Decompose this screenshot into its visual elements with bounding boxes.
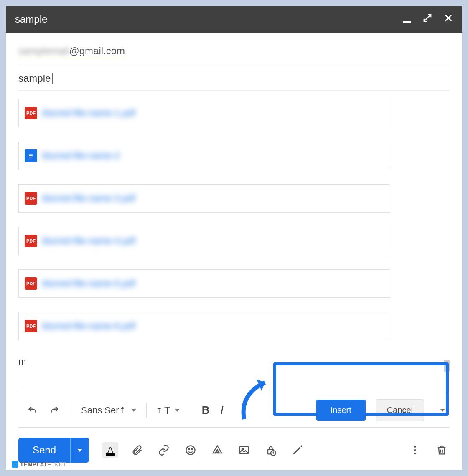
doc-icon (25, 149, 37, 162)
dialog-actions: Insert Cancel (316, 399, 445, 421)
text-color-button[interactable]: A (102, 442, 118, 458)
bold-button[interactable]: B (198, 400, 214, 420)
confidential-mode-button[interactable] (263, 442, 279, 458)
attachment-item[interactable]: PDF blurred-file-name-6.pdf (18, 312, 390, 340)
send-button: Send (18, 438, 89, 463)
svg-point-4 (186, 446, 195, 455)
attachment-item[interactable]: PDF blurred-file-name-4.pdf (18, 227, 390, 255)
popout-icon[interactable] (423, 13, 432, 25)
attachment-list: PDF blurred-file-name-1.pdf blurred-file… (18, 91, 450, 388)
insert-link-button[interactable] (156, 442, 172, 458)
svg-point-12 (414, 449, 416, 451)
body-text[interactable]: m (18, 354, 450, 370)
compose-bottom-toolbar: Send A (6, 428, 462, 470)
close-icon[interactable] (444, 13, 453, 25)
scrollbar-thumb[interactable] (444, 360, 450, 372)
text-cursor (52, 73, 53, 84)
attachment-name: blurred-file-name-1.pdf (42, 108, 135, 119)
separator (71, 403, 71, 418)
insert-button[interactable]: Insert (316, 400, 366, 421)
svg-rect-3 (29, 157, 32, 158)
compose-right-tools (407, 442, 450, 458)
watermark-brand: TEMPLATE (20, 461, 51, 468)
subject-text: sample (18, 73, 51, 84)
font-size-select[interactable]: TT (153, 401, 184, 420)
attachment-name: blurred-file-name-3.pdf (42, 193, 135, 204)
watermark-suffix: .NET (53, 461, 66, 468)
svg-rect-2 (29, 155, 33, 156)
attachment-item[interactable]: PDF blurred-file-name-3.pdf (18, 184, 390, 213)
caret-down-icon (131, 409, 136, 412)
separator (146, 403, 147, 418)
watermark-badge-icon: T (12, 461, 18, 468)
recipient-chip[interactable]: samplemail@gmail.com (18, 45, 125, 58)
attachment-name: blurred-file-name-2 (42, 150, 120, 161)
window-title: sample (15, 13, 47, 25)
pdf-icon: PDF (25, 107, 37, 119)
send-options[interactable] (70, 438, 89, 463)
caret-down-icon (175, 409, 180, 412)
attachment-name: blurred-file-name-6.pdf (42, 321, 135, 332)
formatting-toolbar: Sans Serif TT B I Insert Cancel (18, 393, 450, 428)
drive-button[interactable] (209, 442, 225, 458)
color-underline-icon (106, 453, 115, 456)
undo-button[interactable] (23, 402, 42, 419)
window-titlebar: sample (6, 6, 462, 33)
italic-button[interactable]: I (216, 400, 228, 420)
separator (191, 403, 191, 418)
attachment-item[interactable]: blurred-file-name-2 (18, 142, 390, 170)
pdf-icon: PDF (25, 192, 37, 205)
titlebar-actions (403, 13, 453, 25)
pdf-icon: PDF (25, 235, 37, 247)
send-main[interactable]: Send (18, 438, 70, 463)
font-name: Sans Serif (81, 405, 124, 416)
svg-rect-1 (29, 154, 33, 155)
caret-down-icon (77, 449, 82, 452)
pdf-icon: PDF (25, 320, 37, 332)
insert-photo-button[interactable] (236, 442, 252, 458)
recipient-suffix: @gmail.com (69, 45, 125, 56)
svg-point-5 (188, 449, 189, 450)
recipient-blurred: samplemail (18, 45, 69, 56)
attachment-item[interactable]: PDF blurred-file-name-5.pdf (18, 269, 390, 298)
watermark: T TEMPLATE.NET (12, 461, 66, 468)
recipients-field[interactable]: samplemail@gmail.com (18, 41, 450, 64)
compose-body: samplemail@gmail.com sample PDF blurred-… (6, 33, 462, 388)
discard-draft-button[interactable] (434, 442, 450, 458)
subject-field[interactable]: sample (18, 64, 450, 91)
cancel-button[interactable]: Cancel (376, 399, 424, 421)
attach-file-button[interactable] (129, 442, 145, 458)
more-format-caret-icon[interactable] (440, 409, 445, 412)
compose-window: sample samplemail@gmail.com sample PDF b… (6, 6, 462, 470)
svg-point-13 (414, 453, 416, 455)
attachment-name: blurred-file-name-5.pdf (42, 278, 135, 289)
more-options-button[interactable] (407, 442, 423, 458)
attachment-item[interactable]: PDF blurred-file-name-1.pdf (18, 99, 390, 127)
svg-point-11 (414, 446, 416, 448)
font-family-select[interactable]: Sans Serif (78, 405, 140, 416)
attachment-name: blurred-file-name-4.pdf (42, 235, 135, 246)
svg-point-6 (191, 449, 192, 450)
emoji-button[interactable] (183, 442, 198, 458)
compose-tools: A (102, 442, 305, 458)
signature-pen-button[interactable] (290, 442, 305, 458)
redo-button[interactable] (45, 402, 64, 419)
pdf-icon: PDF (25, 277, 37, 290)
minimize-icon[interactable] (403, 13, 411, 25)
